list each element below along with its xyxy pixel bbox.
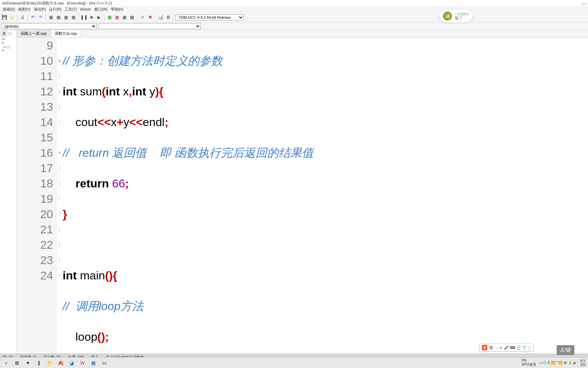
menu-window[interactable]: 窗口[W] [94,7,108,12]
minimize-button[interactable]: — [581,1,586,6]
mouse-left-key-indicator: 左键 [557,345,574,355]
system-tray[interactable]: 0%GPU使用 ▭ ⓘ S 📶 ^ 📶 🖥 🔋 🔊 9:3202 [522,358,586,367]
app-icon[interactable]: ✦ [24,359,32,367]
sidebar-btn[interactable]: [*] [9,32,12,35]
taskbar[interactable]: ○ ⊞ ✦ ‖ 📁 🍂 ◪ W ▦ ▭ 0%GPU使用 ▭ ⓘ S 📶 ^ 📶 … [0,357,588,368]
scope-select[interactable] [99,23,201,29]
undo-icon[interactable]: ↶ [30,14,36,20]
sidebar-item[interactable]: nt [1,41,16,45]
separator [173,14,174,21]
separator [28,14,28,21]
save-icon[interactable]: 💾 [1,14,7,20]
menu-run[interactable]: 运行[R] [49,7,61,12]
separator [137,14,137,21]
rebuild-icon[interactable]: ▦ [70,14,77,20]
trash-icon[interactable]: 🗑 [165,14,171,20]
run-icon1[interactable]: ▦ [55,14,62,20]
saveall-icon[interactable]: 🗂 [9,14,15,20]
main-toolbar: 💾 🗂 🖨 ↶ ↷ ▦ ▦ ▦ ▦ ❚❚ ■ ▶ ▦ ▦ ▦ ▦ ✔ ✖ 📊 🗑… [0,12,588,22]
menu-view[interactable]: 视图[V] [18,7,30,12]
title-bar: ee\Desktop\徐东\day15\函数方法.cpp - [Executin… [0,0,588,6]
code-content[interactable]: // 形参：创建方法时定义的参数 int sum(int x,int y){ c… [62,37,588,354]
tab-previous-lesson[interactable]: 回顾上一课.cpp [17,30,50,37]
menu-astyle[interactable]: AStyle [80,7,91,11]
separator [155,14,156,21]
menu-project[interactable]: 项目[P] [34,7,46,12]
ime-s-icon[interactable]: S [482,345,487,350]
ime-lang[interactable]: 英 [489,345,493,350]
code-editor[interactable]: 9101112131415161718192021222324 ⊟│││└⊟││… [17,37,588,354]
app-icon[interactable]: 🍂 [56,359,65,367]
menu-tools[interactable]: 工具[T] [65,7,77,12]
x-icon[interactable]: ✖ [147,14,153,20]
window-icon[interactable]: ▭ [100,359,108,367]
profile-icon[interactable]: 📊 [158,14,164,20]
grid1-icon[interactable]: ▦ [107,14,113,20]
start-icon[interactable]: ○ [2,359,10,367]
task-view-icon[interactable]: ⊞ [13,359,21,367]
print-icon[interactable]: 🖨 [19,14,26,20]
tab-function-method[interactable]: 函数方法.cpp [51,30,81,37]
check-icon[interactable]: ✔ [140,14,146,20]
sidebar-tab-class[interactable]: 类 [1,31,7,37]
compilerun-icon[interactable]: ▦ [63,14,69,20]
wifi-icon: 📶 [443,12,452,20]
class-browser-sidebar: 类 [*] oid nt , int y) : int [0,30,17,354]
ime-toolbar[interactable]: S 英 ，☺ 🎤 ⌨ 📋 👕 ⬚ [479,343,534,352]
sidebar-item[interactable]: oid [1,37,16,41]
wps-icon[interactable]: W [78,359,86,367]
grid4-icon[interactable]: ▦ [129,14,135,20]
separator [17,14,17,21]
menu-search[interactable]: 搜索[S] [3,7,15,12]
compiler-select[interactable]: TDM-GCC 4.9.2 64-bit Release [176,14,244,20]
separator [104,14,104,21]
tray-clock[interactable]: 9:3202 [580,359,586,367]
compile-icon[interactable]: ▦ [48,14,54,20]
wifi-badge[interactable]: 📶 ↕ 9.63K/s 🏠 3 [440,10,472,22]
fold-column[interactable]: ⊟│││└⊟│││││││└ [57,37,62,354]
step-icon[interactable]: ▶ [96,14,102,20]
globals-select[interactable]: (globals) [1,23,97,29]
wifi-count: 3 [460,16,462,20]
tray-gpu[interactable]: 0%GPU使用 [522,358,536,367]
app-icon[interactable]: ◪ [67,359,76,367]
grid3-icon[interactable]: ▦ [121,14,128,20]
explorer-icon[interactable]: 📁 [46,359,54,367]
redo-icon[interactable]: ↷ [37,14,44,20]
devcpp-icon[interactable]: ▦ [89,359,97,367]
editor-tabs: 回顾上一课.cpp 函数方法.cpp [17,30,588,37]
ime-icons[interactable]: ，☺ 🎤 ⌨ 📋 👕 ⬚ [495,345,531,350]
tray-icons[interactable]: ▭ ⓘ S 📶 ^ 📶 🖥 🔋 🔊 [539,361,577,365]
debug-icon[interactable]: ❚❚ [81,14,87,20]
stop-icon[interactable]: ■ [88,14,95,20]
sidebar-item[interactable]: , int y) : int [1,45,16,52]
wifi-speed: 9.63K/s [457,12,469,16]
secondary-toolbar: (globals) [0,22,588,30]
separator-icon: ‖ [35,359,43,367]
line-gutter: 9101112131415161718192021222324 [17,37,57,354]
menu-bar: 搜索[S] 视图[V] 项目[P] 运行[R] 工具[T] AStyle 窗口[… [0,6,588,12]
menu-help[interactable]: 帮助[H] [111,7,123,12]
separator [46,14,46,21]
window-title: ee\Desktop\徐东\day15\函数方法.cpp - [Executin… [2,1,112,6]
grid2-icon[interactable]: ▦ [114,14,120,20]
separator [79,14,79,21]
